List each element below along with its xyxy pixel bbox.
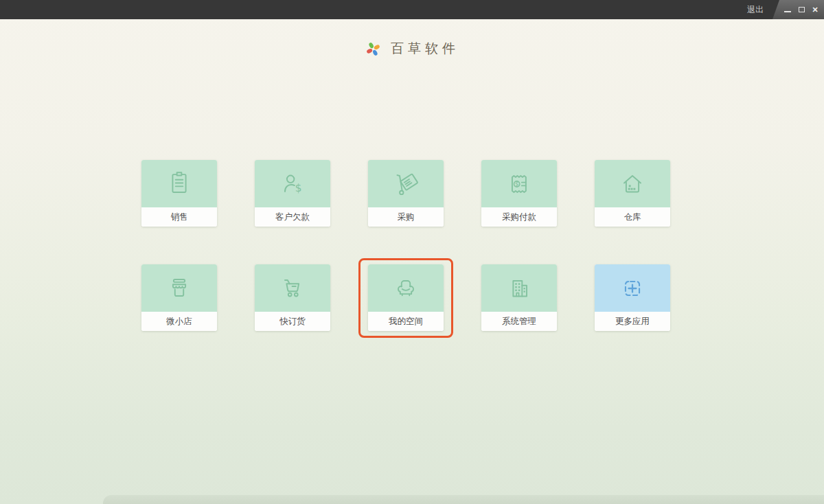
tile-label: 仓库 (595, 207, 670, 227)
tile-label: 采购付款 (481, 207, 557, 227)
tile-mini-shop[interactable]: 微小店 (141, 264, 217, 331)
tile-customer-debt[interactable]: $ 客户欠款 (255, 160, 330, 227)
app-tile-grid: 销售 $ 客户欠款 (141, 160, 670, 331)
tile-label: 微小店 (141, 312, 217, 331)
pinwheel-logo-icon (365, 41, 382, 58)
bottom-edge-panel (103, 495, 824, 504)
my-space-armchair-icon (390, 273, 422, 304)
tile-label: 客户欠款 (255, 207, 330, 227)
customer-debt-icon: $ (277, 168, 308, 200)
app-title: 百草软件 (391, 40, 459, 58)
tile-label: 销售 (141, 207, 217, 227)
svg-text:$: $ (515, 181, 518, 187)
app-window: 退出 ✕ 百草软件 (0, 0, 824, 504)
tile-warehouse[interactable]: 仓库 (595, 160, 670, 227)
mini-shop-icon (163, 273, 195, 304)
tile-sales[interactable]: 销售 (141, 160, 217, 227)
clipboard-icon (163, 168, 195, 200)
tile-system-management[interactable]: 系统管理 (481, 264, 557, 331)
tile-label: 采购 (368, 207, 444, 227)
tile-purchase-payment[interactable]: $ 采购付款 (481, 160, 557, 227)
tile-label: 更多应用 (595, 312, 670, 331)
tile-label: 我的空间 (368, 312, 444, 331)
order-cart-icon (277, 273, 308, 304)
warehouse-icon (617, 168, 648, 200)
app-logo: 百草软件 (0, 40, 824, 58)
close-icon[interactable]: ✕ (810, 4, 820, 15)
tile-purchasing[interactable]: 采购 (368, 160, 444, 227)
tile-my-space[interactable]: 我的空间 (368, 264, 444, 331)
receipt-payment-icon: $ (503, 168, 535, 200)
hand-truck-icon (390, 168, 422, 200)
maximize-icon[interactable] (797, 4, 806, 15)
system-buildings-icon (503, 273, 535, 304)
tile-label: 快订货 (255, 312, 330, 331)
tile-label: 系统管理 (481, 312, 557, 331)
more-apps-plus-icon (617, 273, 648, 304)
exit-button[interactable]: 退出 (744, 0, 766, 19)
tile-more-apps[interactable]: 更多应用 (595, 264, 670, 331)
svg-text:$: $ (295, 181, 302, 194)
titlebar: 退出 ✕ (0, 0, 824, 19)
tile-quick-order[interactable]: 快订货 (255, 264, 330, 331)
window-controls: ✕ (772, 0, 824, 19)
minimize-icon[interactable] (783, 4, 792, 15)
